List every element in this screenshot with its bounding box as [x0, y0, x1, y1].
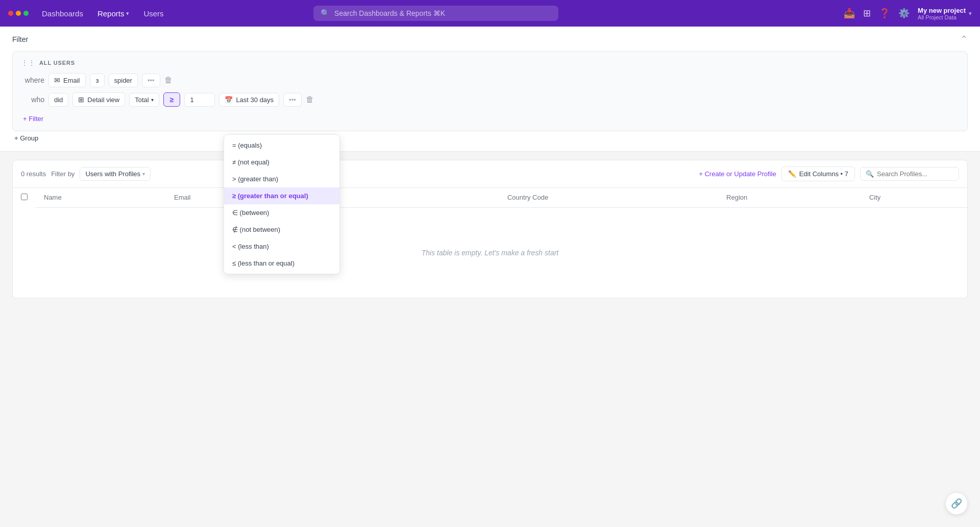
filter-by-label: Filter by — [51, 170, 75, 178]
search-profiles-wrap: 🔍 — [860, 167, 959, 181]
results-count: 0 results — [21, 170, 46, 178]
filter-group-header: ⋮⋮ ALL USERS — [21, 59, 959, 67]
select-all-checkbox[interactable] — [21, 194, 28, 200]
detail-view-chip[interactable]: ⊞ Detail view — [72, 92, 125, 107]
all-users-label: ALL USERS — [39, 60, 75, 66]
dot-red — [8, 11, 13, 16]
who-filter-row: who did ⊞ Detail view Total ▾ ≥ 📅 Last 3… — [21, 92, 959, 107]
total-chevron-icon: ▾ — [151, 97, 154, 103]
help-icon[interactable]: ❓ — [879, 8, 890, 19]
table-toolbar: 0 results Filter by Users with Profiles … — [13, 160, 967, 188]
where-label: where — [21, 76, 44, 84]
add-group-button[interactable]: + Group — [12, 131, 40, 145]
filter-panel: Filter ⌃ ⋮⋮ ALL USERS where ✉ Email ɜ sp… — [0, 27, 980, 152]
add-filter-button[interactable]: + Filter — [21, 113, 45, 125]
dropdown-item-greater-than[interactable]: > (greater than) — [224, 171, 339, 187]
nav-reports[interactable]: Reports ▾ — [92, 7, 135, 20]
main-content: 0 results Filter by Users with Profiles … — [0, 152, 980, 306]
email-field-icon: ✉ — [54, 76, 60, 84]
detail-view-label: Detail view — [87, 96, 119, 104]
search-placeholder: Search Dashboards & Reports ⌘K — [334, 9, 445, 17]
data-table: Name Email Updated at ↕ Country Code Reg… — [13, 188, 967, 298]
edit-columns-label: Edit Columns • 7 — [799, 170, 848, 178]
project-sub: All Project Data — [918, 14, 966, 20]
email-field-chip[interactable]: ✉ Email — [48, 73, 86, 87]
dropdown-item-gte[interactable]: ≥ (greater than or equal) — [224, 187, 339, 204]
dropdown-item-between[interactable]: ∈ (between) — [224, 204, 339, 221]
filter-by-chevron-icon: ▾ — [142, 171, 145, 177]
toolbar-right: + Create or Update Profile ✏️ Edit Colum… — [699, 166, 959, 181]
search-profiles-input[interactable] — [877, 170, 953, 178]
dropdown-item-lte[interactable]: ≤ (less than or equal) — [224, 255, 339, 272]
operator-dropdown: = (equals) ≠ (not equal) > (greater than… — [224, 134, 340, 274]
dropdown-item-not-equal[interactable]: ≠ (not equal) — [224, 154, 339, 171]
who-label: who — [21, 95, 44, 104]
where-value-chip[interactable]: spider — [109, 74, 138, 87]
top-navigation: Dashboards Reports ▾ Users 🔍 Search Dash… — [0, 0, 980, 27]
who-value-input[interactable] — [184, 93, 215, 107]
window-dots — [8, 11, 29, 16]
filter-by-value: Users with Profiles — [85, 170, 140, 178]
country-code-column-header[interactable]: Country Code — [499, 188, 718, 207]
settings-icon[interactable]: ⚙️ — [898, 8, 910, 19]
search-profiles-icon: 🔍 — [866, 170, 874, 178]
total-label: Total — [135, 96, 149, 104]
date-range-label: Last 30 days — [236, 96, 274, 104]
select-all-header — [13, 188, 36, 207]
where-operator-chip[interactable]: ɜ — [90, 74, 105, 87]
nav-dashboards[interactable]: Dashboards — [37, 7, 88, 20]
name-column-header[interactable]: Name — [36, 188, 166, 207]
drag-handle-icon: ⋮⋮ — [21, 59, 35, 67]
search-icon: 🔍 — [321, 9, 330, 18]
did-chip[interactable]: did — [48, 93, 68, 107]
project-info[interactable]: My new project All Project Data ▾ — [918, 7, 972, 20]
filter-header: Filter ⌃ — [12, 34, 968, 45]
filter-group: ⋮⋮ ALL USERS where ✉ Email ɜ spider ••• … — [12, 51, 968, 131]
filter-by-select[interactable]: Users with Profiles ▾ — [80, 167, 151, 181]
dropdown-item-equals[interactable]: = (equals) — [224, 137, 339, 154]
total-chip[interactable]: Total ▾ — [129, 93, 159, 107]
edit-columns-icon: ✏️ — [788, 170, 796, 178]
grid-icon[interactable]: ⊞ — [863, 8, 871, 19]
region-column-header[interactable]: Region — [718, 188, 861, 207]
inbox-icon[interactable]: 📥 — [844, 8, 855, 19]
filter-title: Filter — [12, 35, 28, 43]
detail-view-icon: ⊞ — [78, 95, 84, 104]
who-more-button[interactable]: ••• — [283, 93, 302, 107]
table-container: 0 results Filter by Users with Profiles … — [12, 160, 968, 298]
search-bar[interactable]: 🔍 Search Dashboards & Reports ⌘K — [313, 6, 558, 21]
where-delete-button[interactable]: 🗑 — [164, 76, 173, 85]
where-more-button[interactable]: ••• — [142, 74, 160, 87]
dot-yellow — [16, 11, 21, 16]
date-range-chip[interactable]: 📅 Last 30 days — [219, 93, 279, 107]
edit-columns-button[interactable]: ✏️ Edit Columns • 7 — [781, 166, 855, 181]
dropdown-item-less-than[interactable]: < (less than) — [224, 238, 339, 255]
nav-users[interactable]: Users — [138, 7, 168, 20]
dropdown-item-not-between[interactable]: ∉ (not between) — [224, 221, 339, 238]
project-chevron-icon: ▾ — [969, 10, 972, 17]
calendar-icon: 📅 — [225, 96, 233, 104]
city-column-header[interactable]: City — [861, 188, 967, 207]
who-operator-button[interactable]: ≥ — [163, 92, 181, 107]
email-field-label: Email — [63, 77, 80, 84]
nav-right-icons: 📥 ⊞ ❓ ⚙️ My new project All Project Data… — [844, 7, 972, 20]
empty-state: This table is empty. Let's make a fresh … — [13, 207, 967, 298]
where-filter-row: where ✉ Email ɜ spider ••• 🗑 — [21, 73, 959, 87]
project-name: My new project — [918, 7, 966, 14]
dot-green — [23, 11, 29, 16]
who-delete-button[interactable]: 🗑 — [306, 95, 314, 104]
reports-chevron-icon: ▾ — [126, 10, 129, 17]
create-profile-button[interactable]: + Create or Update Profile — [699, 170, 776, 178]
collapse-filter-button[interactable]: ⌃ — [960, 34, 968, 45]
